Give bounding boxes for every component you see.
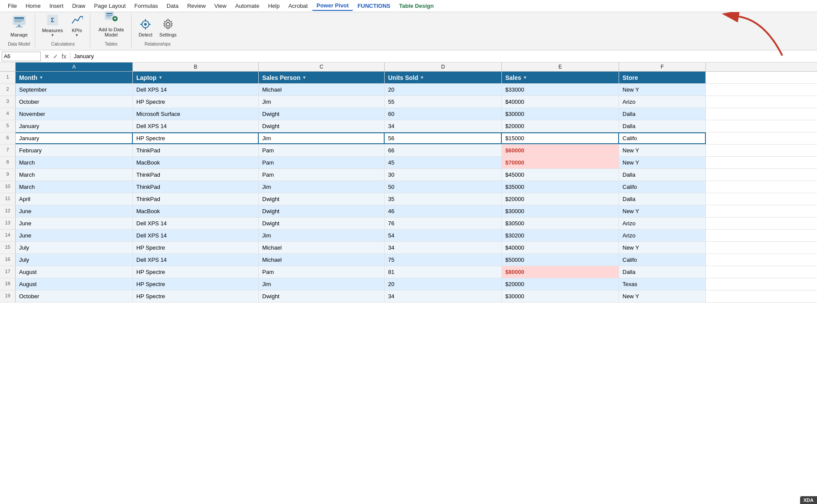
cell-store-16[interactable]: Califo [619,254,706,266]
settings-button[interactable]: Settings [157,16,179,39]
cell-sales-2[interactable]: $33000 [502,84,619,96]
cell-salesperson-14[interactable]: Jim [259,230,385,241]
cell-unitssold-3[interactable]: 55 [385,96,502,108]
col-header-e[interactable]: E [502,63,619,71]
cell-laptop-14[interactable]: Dell XPS 14 [133,230,259,241]
cell-unitssold-13[interactable]: 76 [385,217,502,229]
cell-salesperson-11[interactable]: Dwight [259,193,385,205]
cell-salesperson-12[interactable]: Dwight [259,205,385,217]
cell-store-10[interactable]: Califo [619,181,706,193]
cell-laptop-16[interactable]: Dell XPS 14 [133,254,259,266]
cell-laptop-10[interactable]: ThinkPad [133,181,259,193]
cell-sales-15[interactable]: $40000 [502,242,619,254]
cell-sales-13[interactable]: $30500 [502,217,619,229]
cell-laptop-11[interactable]: ThinkPad [133,193,259,205]
cell-salesperson-4[interactable]: Dwight [259,108,385,120]
sales-filter-icon[interactable]: ▼ [523,75,527,80]
cell-month-15[interactable]: July [16,242,133,254]
cell-salesperson-18[interactable]: Jim [259,278,385,290]
cell-sales-6[interactable]: $15000 [502,132,619,144]
menu-acrobat[interactable]: Acrobat [284,1,312,10]
cell-laptop-6[interactable]: HP Spectre [133,132,259,144]
col-header-d[interactable]: D [385,63,502,71]
cell-store-15[interactable]: New Y [619,242,706,254]
menu-data[interactable]: Data [162,1,183,10]
cell-laptop-12[interactable]: MacBook [133,205,259,217]
cell-store-7[interactable]: New Y [619,145,706,156]
menu-table-design[interactable]: Table Design [395,1,438,10]
confirm-formula-icon[interactable]: ✓ [51,53,60,60]
cell-unitssold-2[interactable]: 20 [385,84,502,96]
cell-store-2[interactable]: New Y [619,84,706,96]
cell-unitssold-16[interactable]: 75 [385,254,502,266]
cell-store-12[interactable]: New Y [619,205,706,217]
table-row[interactable]: 6 January HP Spectre Jim 56 $15000 Calif… [0,132,817,145]
cell-laptop-15[interactable]: HP Spectre [133,242,259,254]
cell-laptop-17[interactable]: HP Spectre [133,266,259,278]
cell-unitssold-6[interactable]: 56 [385,132,502,144]
cell-month-10[interactable]: March [16,181,133,193]
cell-unitssold-11[interactable]: 35 [385,193,502,205]
cell-sales-9[interactable]: $45000 [502,169,619,181]
measures-button[interactable]: Σ Measures ▼ [40,11,66,39]
menu-help[interactable]: Help [264,1,284,10]
cell-unitssold-7[interactable]: 66 [385,145,502,156]
cell-store-14[interactable]: Arizo [619,230,706,241]
cell-month-17[interactable]: August [16,266,133,278]
col-header-a[interactable]: A [16,63,133,71]
table-row[interactable]: 17 August HP Spectre Pam 81 $80000 Dalla [0,266,817,278]
cell-sales-5[interactable]: $20000 [502,120,619,132]
cell-month-2[interactable]: September [16,84,133,96]
cancel-formula-icon[interactable]: ✕ [43,53,51,60]
cell-month-7[interactable]: February [16,145,133,156]
cell-month-12[interactable]: June [16,205,133,217]
cell-salesperson-13[interactable]: Dwight [259,217,385,229]
cell-unitssold-19[interactable]: 34 [385,290,502,302]
cell-sales-3[interactable]: $40000 [502,96,619,108]
cell-month-16[interactable]: July [16,254,133,266]
cell-unitssold-12[interactable]: 46 [385,205,502,217]
cell-store-19[interactable]: New Y [619,290,706,302]
manage-button[interactable]: Manage [7,13,31,39]
cell-month-9[interactable]: March [16,169,133,181]
cell-laptop-9[interactable]: ThinkPad [133,169,259,181]
salesperson-filter-icon[interactable]: ▼ [302,75,306,80]
cell-store-11[interactable]: Dalla [619,193,706,205]
kpis-button[interactable]: KPIs ▼ [67,11,86,39]
cell-laptop-4[interactable]: Microsoft Surface [133,108,259,120]
menu-review[interactable]: Review [183,1,210,10]
cell-month-11[interactable]: April [16,193,133,205]
table-row[interactable]: 5 January Dell XPS 14 Dwight 34 $20000 D… [0,120,817,132]
cell-sales-17[interactable]: $80000 [502,266,619,278]
cell-sales-12[interactable]: $30000 [502,205,619,217]
cell-store-9[interactable]: Dalla [619,169,706,181]
table-row[interactable]: 4 November Microsoft Surface Dwight 60 $… [0,108,817,120]
cell-sales-4[interactable]: $30000 [502,108,619,120]
cell-unitssold-15[interactable]: 34 [385,242,502,254]
cell-unitssold-4[interactable]: 60 [385,108,502,120]
cell-salesperson-19[interactable]: Dwight [259,290,385,302]
cell-store-18[interactable]: Texas [619,278,706,290]
cell-month-14[interactable]: June [16,230,133,241]
cell-store-4[interactable]: Dalla [619,108,706,120]
cell-laptop-2[interactable]: Dell XPS 14 [133,84,259,96]
cell-laptop-7[interactable]: ThinkPad [133,145,259,156]
cell-sales-18[interactable]: $20000 [502,278,619,290]
cell-reference-input[interactable] [2,52,41,61]
unitssold-filter-icon[interactable]: ▼ [420,75,424,80]
cell-month-5[interactable]: January [16,120,133,132]
table-row[interactable]: 11 April ThinkPad Dwight 35 $20000 Dalla [0,193,817,205]
cell-laptop-5[interactable]: Dell XPS 14 [133,120,259,132]
table-row[interactable]: 18 August HP Spectre Jim 20 $20000 Texas [0,278,817,290]
menu-draw[interactable]: Draw [68,1,89,10]
cell-store-6[interactable]: Califo [619,132,706,144]
table-row[interactable]: 12 June MacBook Dwight 46 $30000 New Y [0,205,817,217]
cell-laptop-18[interactable]: HP Spectre [133,278,259,290]
table-row[interactable]: 2 September Dell XPS 14 Michael 20 $3300… [0,84,817,96]
formula-input[interactable] [72,52,815,60]
table-row[interactable]: 13 June Dell XPS 14 Dwight 76 $30500 Ari… [0,217,817,230]
cell-salesperson-16[interactable]: Michael [259,254,385,266]
cell-month-8[interactable]: March [16,157,133,168]
cell-unitssold-9[interactable]: 30 [385,169,502,181]
table-row[interactable]: 15 July HP Spectre Michael 34 $40000 New… [0,242,817,254]
